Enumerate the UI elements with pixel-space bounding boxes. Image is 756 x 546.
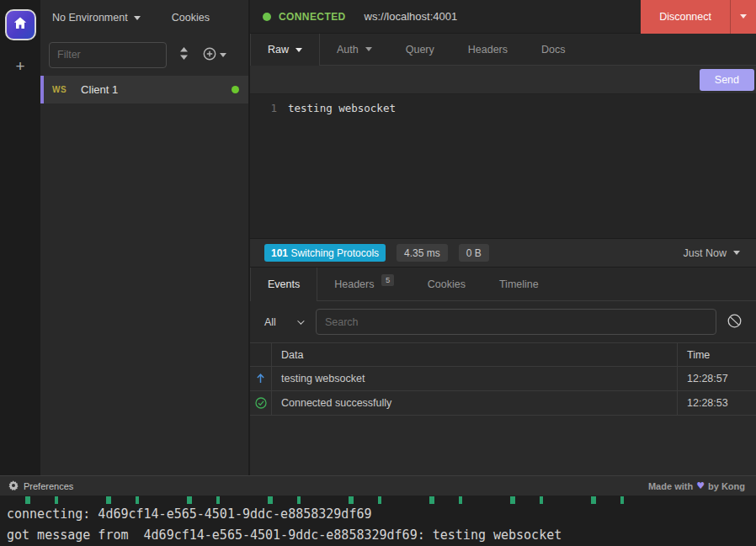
response-history-dropdown[interactable]: Just Now <box>684 247 742 259</box>
response-status-bar: 101 Switching Protocols 4.35 ms 0 B Just… <box>250 238 756 268</box>
credit-suffix: by Kong <box>708 481 745 491</box>
event-data: Connected successfully <box>272 391 678 415</box>
heart-icon: ♥ <box>696 480 705 491</box>
event-row-sent[interactable]: testing websocket 12:28:57 <box>250 367 756 391</box>
status-text: Switching Protocols <box>290 247 379 259</box>
event-row-connected[interactable]: Connected successfully 12:28:53 <box>250 391 756 416</box>
tab-response-headers-label: Headers <box>334 278 374 290</box>
sidebar: No Environment Cookies <box>40 0 248 475</box>
block-icon <box>727 314 742 331</box>
clear-events-button[interactable] <box>725 314 747 331</box>
event-time: 12:28:57 <box>678 367 756 390</box>
connection-status-label: CONNECTED <box>279 11 346 23</box>
events-table-empty-area <box>250 416 756 475</box>
websocket-url-field[interactable]: ws://localhost:4001 <box>365 10 642 23</box>
sent-arrow-up-icon <box>250 367 272 390</box>
workspace: + No Environment Cookies <box>0 0 756 475</box>
home-button[interactable] <box>5 9 36 40</box>
status-footer: Preferences Made with ♥ by Kong <box>0 475 756 496</box>
plus-circle-icon <box>203 47 216 63</box>
made-with-kong-credit: Made with ♥ by Kong <box>648 480 748 491</box>
chevron-down-icon <box>297 317 304 324</box>
tab-raw-label: Raw <box>268 44 289 56</box>
add-project-button[interactable]: + <box>15 58 24 74</box>
events-filter-row: All <box>250 301 756 342</box>
connection-bar: CONNECTED ws://localhost:4001 Disconnect <box>250 0 756 34</box>
client-name: Client 1 <box>81 83 232 96</box>
tab-response-cookies-label: Cookies <box>428 278 466 290</box>
terminal-panel: connecting: 4d69cf14-e565-4501-9ddc-e885… <box>0 496 756 546</box>
disconnect-options-button[interactable] <box>730 0 756 34</box>
chevron-down-icon <box>733 251 740 255</box>
main-panel: CONNECTED ws://localhost:4001 Disconnect… <box>248 0 756 475</box>
connected-check-icon <box>250 391 272 415</box>
disconnect-button[interactable]: Disconnect <box>641 0 756 34</box>
request-tabbar: Raw Auth Query Headers Docs <box>250 34 756 66</box>
sidebar-header: No Environment Cookies <box>40 0 248 35</box>
sidebar-item-client-1[interactable]: WS Client 1 <box>40 76 248 103</box>
tab-timeline-label: Timeline <box>499 278 539 290</box>
home-icon <box>13 17 27 33</box>
tab-response-cookies[interactable]: Cookies <box>411 268 482 300</box>
response-size-badge: 0 B <box>459 244 489 262</box>
tab-query[interactable]: Query <box>389 34 451 65</box>
connected-status-dot <box>232 86 239 93</box>
credit-prefix: Made with <box>648 481 693 491</box>
chevron-down-icon <box>295 48 302 52</box>
terminal-line: got message from 4d69cf14-e565-4501-9ddc… <box>7 525 756 546</box>
response-time-badge: 4.35 ms <box>397 244 448 262</box>
event-data: testing websocket <box>272 367 678 390</box>
tab-response-headers[interactable]: Headers5 <box>317 268 411 300</box>
header-data-cell: Data <box>272 343 678 366</box>
tab-events[interactable]: Events <box>250 268 317 301</box>
chevron-down-icon <box>740 14 747 19</box>
tab-raw[interactable]: Raw <box>250 34 320 66</box>
chevron-down-icon <box>220 53 226 57</box>
chevron-down-icon <box>134 16 141 20</box>
events-table: Data Time testing websocket 12:28:57 Con… <box>250 342 756 416</box>
terminal-clipped-line <box>7 496 663 504</box>
tab-auth-label: Auth <box>337 44 359 56</box>
left-rail: + <box>0 0 40 475</box>
chevron-down-icon <box>365 47 372 51</box>
sort-icon <box>179 47 189 62</box>
preferences-label: Preferences <box>24 481 73 491</box>
events-search-input[interactable] <box>316 309 716 335</box>
editor-line-number: 1 <box>250 102 288 238</box>
tab-auth[interactable]: Auth <box>320 34 389 65</box>
tab-timeline[interactable]: Timeline <box>482 268 556 300</box>
status-code-badge: 101 Switching Protocols <box>264 244 386 262</box>
tab-docs[interactable]: Docs <box>524 34 582 65</box>
connected-indicator-dot <box>263 13 271 21</box>
header-time-cell: Time <box>678 343 756 366</box>
environment-dropdown[interactable]: No Environment <box>52 12 141 24</box>
message-editor[interactable]: 1 testing websocket <box>250 94 756 238</box>
terminal-line: connecting: 4d69cf14-e565-4501-9ddc-e885… <box>7 504 756 525</box>
sort-button[interactable] <box>178 45 190 64</box>
gear-icon <box>8 480 19 492</box>
header-icon-cell <box>250 343 272 366</box>
insomnia-app-window: + No Environment Cookies <box>0 0 756 546</box>
editor-content: testing websocket <box>288 102 396 238</box>
ws-method-tag: WS <box>52 85 67 94</box>
environment-label: No Environment <box>52 12 128 24</box>
tab-query-label: Query <box>406 44 434 56</box>
cookies-button[interactable]: Cookies <box>172 12 210 24</box>
event-type-value: All <box>264 316 276 328</box>
tab-docs-label: Docs <box>541 44 565 56</box>
event-time: 12:28:53 <box>678 391 756 415</box>
request-toolbar: Send <box>250 66 756 94</box>
preferences-button[interactable]: Preferences <box>8 480 73 492</box>
filter-input[interactable] <box>49 42 167 68</box>
send-button[interactable]: Send <box>700 69 754 91</box>
history-label: Just Now <box>684 247 727 259</box>
tab-headers-label: Headers <box>468 44 508 56</box>
tab-events-label: Events <box>268 278 300 290</box>
status-code: 101 <box>271 247 288 259</box>
events-table-header: Data Time <box>250 343 756 367</box>
create-request-button[interactable] <box>201 45 228 65</box>
event-type-select[interactable]: All <box>259 316 307 328</box>
tab-headers[interactable]: Headers <box>451 34 524 65</box>
disconnect-label: Disconnect <box>641 0 730 34</box>
sidebar-toolbar <box>40 35 248 74</box>
